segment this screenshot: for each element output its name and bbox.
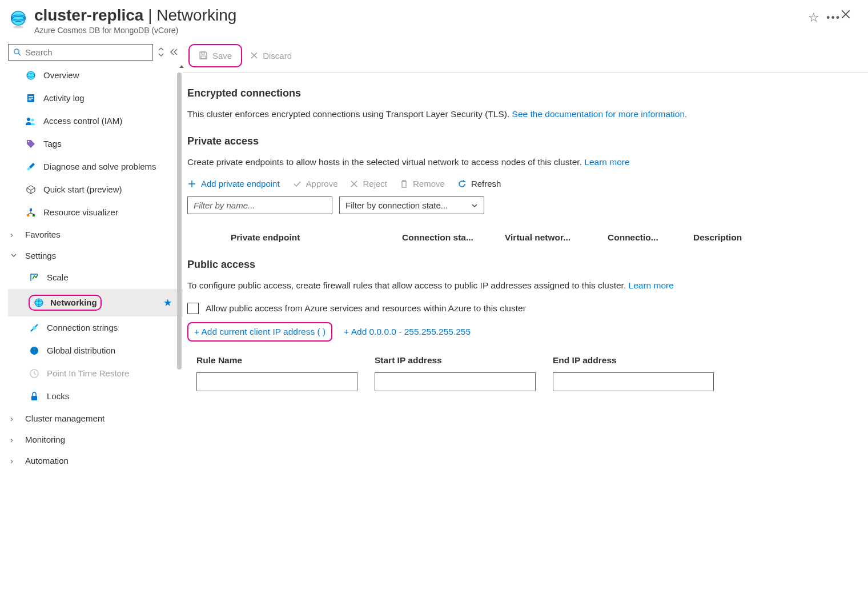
scale-icon xyxy=(29,272,40,283)
sidebar-item-visualizer[interactable]: Resource visualizer xyxy=(8,201,183,224)
svg-point-13 xyxy=(28,141,30,142)
private-command-bar: Add private endpoint Approve Reject Remo… xyxy=(187,179,847,188)
search-input[interactable] xyxy=(22,47,148,57)
private-learn-more-link[interactable]: Learn more xyxy=(584,157,629,167)
remove-button: Remove xyxy=(400,179,445,188)
close-icon xyxy=(350,180,358,188)
reject-button: Reject xyxy=(350,179,387,188)
sidebar-item-activity[interactable]: Activity log xyxy=(8,87,183,110)
svg-rect-21 xyxy=(34,347,34,350)
favorite-star-icon[interactable]: ☆ xyxy=(808,10,819,25)
sidebar-nav: Overview Activity log Access control (IA… xyxy=(8,64,183,471)
svg-point-12 xyxy=(31,118,34,121)
log-icon xyxy=(25,93,37,104)
col-rule-name: Rule Name xyxy=(196,355,357,366)
discard-button[interactable]: Discard xyxy=(244,47,298,64)
close-icon xyxy=(250,51,258,59)
sidebar-item-global[interactable]: Global distribution xyxy=(8,339,183,362)
chevron-right-icon: › xyxy=(10,230,18,239)
private-text: Create private endpoints to allow hosts … xyxy=(187,155,847,168)
sidebar-group-settings[interactable]: Settings xyxy=(8,245,183,266)
scroll-thumb[interactable] xyxy=(177,73,182,370)
svg-point-3 xyxy=(13,26,24,29)
people-icon xyxy=(25,115,37,127)
sidebar-item-overview[interactable]: Overview xyxy=(8,64,183,87)
sidebar-group-cluster[interactable]: ›Cluster management xyxy=(8,408,183,429)
sidebar-item-iam[interactable]: Access control (IAM) xyxy=(8,110,183,133)
svg-rect-9 xyxy=(29,98,33,99)
allow-azure-label: Allow public access from Azure services … xyxy=(206,303,526,314)
plug-icon xyxy=(29,322,40,334)
svg-rect-14 xyxy=(30,208,32,211)
approve-button: Approve xyxy=(292,179,338,188)
tls-doc-link[interactable]: See the documentation for more informati… xyxy=(512,109,688,119)
sidebar-item-pitr: Point In Time Restore xyxy=(8,362,183,385)
more-icon[interactable]: ••• xyxy=(826,12,841,24)
sidebar-item-favorites[interactable]: ›Favorites xyxy=(8,224,183,245)
wrench-icon xyxy=(25,161,37,172)
add-client-ip-button[interactable]: + Add current client IP address ( ) xyxy=(187,322,332,342)
lock-icon xyxy=(29,391,40,402)
close-button[interactable] xyxy=(841,9,851,19)
private-endpoint-table-header: Private endpoint Connection sta... Virtu… xyxy=(187,227,847,259)
clock-icon xyxy=(29,368,40,379)
public-heading: Public access xyxy=(187,259,847,271)
add-all-ips-button[interactable]: + Add 0.0.0.0 - 255.255.255.255 xyxy=(344,327,471,337)
page-title: cluster-replica | Networking xyxy=(34,7,800,25)
add-private-endpoint-button[interactable]: Add private endpoint xyxy=(187,179,280,188)
svg-rect-16 xyxy=(33,214,35,216)
sidebar-item-locks[interactable]: Locks xyxy=(8,385,183,408)
sidebar: Overview Activity log Access control (IA… xyxy=(0,39,183,584)
svg-point-4 xyxy=(14,49,19,54)
firewall-rule-row xyxy=(187,372,847,391)
rule-name-input[interactable] xyxy=(196,372,357,391)
save-button[interactable]: Save xyxy=(193,47,238,64)
chevron-down-icon xyxy=(10,252,18,259)
col-private-endpoint: Private endpoint xyxy=(231,232,379,243)
svg-rect-25 xyxy=(201,56,206,59)
svg-rect-15 xyxy=(27,214,29,216)
sidebar-item-tags[interactable]: Tags xyxy=(8,133,183,155)
col-virtual-network: Virtual networ... xyxy=(505,232,585,243)
sidebar-group-monitoring[interactable]: ›Monitoring xyxy=(8,429,183,450)
resource-icon xyxy=(8,9,29,30)
encrypted-text: This cluster enforces encrypted connecti… xyxy=(187,107,847,121)
collapse-sidebar-icon[interactable] xyxy=(169,48,178,56)
filter-state-select[interactable]: Filter by connection state... xyxy=(339,196,484,214)
end-ip-input[interactable] xyxy=(553,372,714,391)
svg-rect-8 xyxy=(29,96,33,97)
refresh-icon xyxy=(457,179,467,188)
sidebar-item-networking[interactable]: Networking ★ xyxy=(8,289,183,316)
plus-icon xyxy=(187,179,196,188)
favorite-star-icon[interactable]: ★ xyxy=(164,298,171,308)
refresh-button[interactable]: Refresh xyxy=(457,179,501,188)
filter-name-input[interactable]: Filter by name... xyxy=(187,196,332,214)
svg-rect-23 xyxy=(31,396,37,400)
svg-rect-10 xyxy=(29,99,31,101)
allow-azure-checkbox[interactable] xyxy=(187,303,199,314)
chevron-right-icon: › xyxy=(10,435,18,444)
sidebar-item-scale[interactable]: Scale xyxy=(8,266,183,289)
col-connection: Connectio... xyxy=(608,232,670,243)
encrypted-heading: Encrypted connections xyxy=(187,87,847,99)
sidebar-group-automation[interactable]: ›Automation xyxy=(8,450,183,471)
page-header: cluster-replica | Networking Azure Cosmo… xyxy=(0,0,868,39)
svg-point-5 xyxy=(27,71,35,79)
box-icon xyxy=(25,184,37,195)
sidebar-item-quickstart[interactable]: Quick start (preview) xyxy=(8,178,183,201)
sidebar-item-diagnose[interactable]: Diagnose and solve problems xyxy=(8,155,183,178)
earth-icon xyxy=(29,345,40,356)
sidebar-search[interactable] xyxy=(8,44,153,61)
col-end-ip: End IP address xyxy=(553,355,714,366)
firewall-table-header: Rule Name Start IP address End IP addres… xyxy=(187,355,847,366)
tag-icon xyxy=(25,138,37,150)
public-learn-more-link[interactable]: Learn more xyxy=(629,280,674,290)
sidebar-item-connection-strings[interactable]: Connection strings xyxy=(8,316,183,339)
chevron-down-icon xyxy=(471,202,478,209)
start-ip-input[interactable] xyxy=(375,372,536,391)
chevron-right-icon: › xyxy=(10,456,18,465)
private-heading: Private access xyxy=(187,135,847,147)
sort-icon[interactable] xyxy=(158,47,164,57)
public-text: To configure public access, create firew… xyxy=(187,279,847,292)
globe-icon xyxy=(33,297,45,308)
